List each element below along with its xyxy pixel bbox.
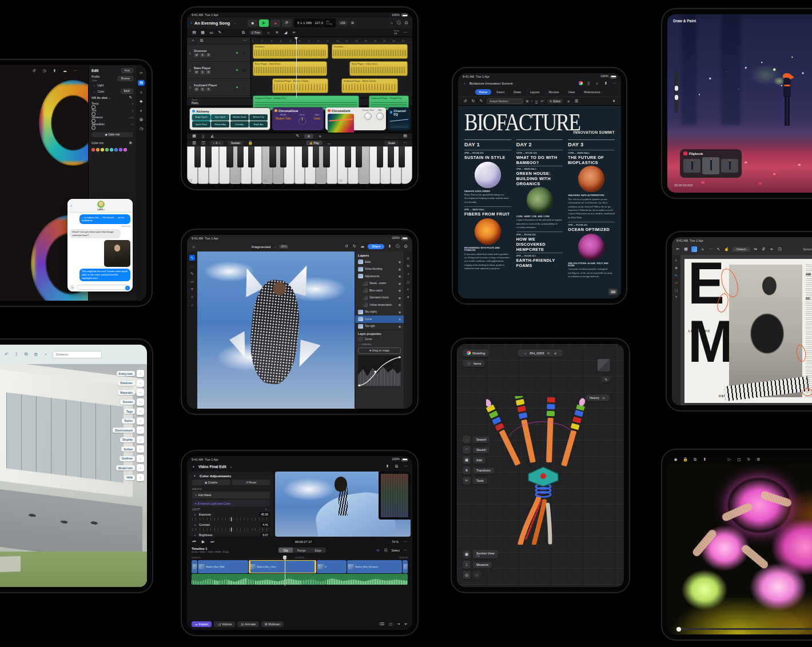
edit-icon[interactable]: ▤	[138, 80, 145, 86]
fade-tool-icon[interactable]: ◢	[283, 30, 288, 35]
document-switcher[interactable]: ⌂RH_0003⟳⊖	[518, 349, 563, 357]
drag-on-image-button[interactable]: ✥ Drag on image	[358, 348, 401, 354]
record-button[interactable]: ●	[270, 19, 280, 27]
color-mix-dots[interactable]	[91, 148, 133, 151]
underline-button[interactable]: U	[535, 99, 538, 103]
undo-icon[interactable]: ↶	[4, 352, 9, 357]
connect-icon[interactable]: ∞	[376, 548, 381, 552]
add-mask-button[interactable]: ＋ Add Mask	[192, 492, 270, 498]
close-icon[interactable]: ⊗	[128, 141, 133, 145]
search-icon[interactable]: ⌕	[595, 81, 600, 86]
octave-stepper[interactable]: ‹ 0 ›	[210, 141, 224, 145]
timeline[interactable]: Skyline_Blue_Wide Skyline_Blue_Close S	[192, 560, 408, 586]
snap-setting[interactable]: Snap1/4	[394, 30, 399, 35]
bar-ruler[interactable]: 1234567891011121314151617	[251, 37, 412, 43]
split-tool-icon[interactable]: ✕	[274, 30, 280, 35]
back-icon[interactable]: ‹	[190, 20, 192, 26]
grid-icon[interactable]: ▦	[683, 247, 688, 251]
audio-track[interactable]	[192, 574, 408, 585]
undo-icon[interactable]: ↺	[344, 244, 349, 249]
slider-knob[interactable]	[91, 119, 95, 123]
message-input[interactable]: ↑	[77, 285, 130, 290]
tool-item[interactable]: ◌ Search	[463, 436, 494, 444]
metronome-icon[interactable]: ◭	[210, 134, 215, 138]
reset-button[interactable]: ↺ Reset	[232, 480, 270, 485]
bold-button[interactable]: B	[526, 99, 528, 103]
project-name[interactable]: Video Final Edit	[198, 465, 226, 469]
previous-frame-icon[interactable]: ⏮	[192, 540, 197, 544]
cloud-icon[interactable]: ☁	[360, 244, 365, 249]
cycle-button[interactable]: ⟳	[282, 19, 292, 27]
adjustment-slider[interactable]: ◑ Brightness 9.07	[192, 533, 270, 537]
adjust-icon[interactable]: ◑	[407, 272, 409, 275]
flipbook-panel[interactable]: Flipbook	[680, 149, 742, 178]
keyboard-icon[interactable]: ▦	[192, 134, 197, 138]
region-bass-2[interactable]: Bass Player - India Disco	[349, 61, 408, 76]
paragraph-more-icon[interactable]: ▾	[611, 99, 616, 103]
ribbon-tab[interactable]: View	[564, 89, 579, 95]
notifications-icon[interactable]: ◔	[43, 352, 48, 357]
light-section[interactable]: › Light	[91, 83, 133, 87]
mixer-icon[interactable]: ≣	[350, 21, 355, 25]
items-menu[interactable]: ⬡Items	[463, 360, 485, 367]
glide-icon[interactable]: ↔	[327, 141, 332, 145]
lcd-display[interactable]: 5 1 1 086 127,0 4/4C maj	[294, 18, 336, 27]
record-enable-button[interactable]: R	[206, 70, 211, 74]
layer-row[interactable]: Saturation boost ◉	[355, 294, 404, 302]
cloud-sync-icon[interactable]: ☁	[62, 69, 67, 73]
chevron-down-icon[interactable]: ⌄	[232, 21, 237, 25]
shared-photo-thumbnail[interactable]	[104, 240, 130, 267]
tool-item[interactable]: ⋔ Transform	[463, 466, 494, 474]
document-canvas[interactable]: BIOFACTURE INNOVATION SUMMIT DAY 1 3PM —…	[458, 106, 621, 298]
sidebar-panel-item[interactable]: Soften ◦	[121, 445, 144, 453]
tool-item[interactable]: ▣ Add	[463, 456, 494, 464]
format-paint-icon[interactable]: ✎	[479, 99, 484, 103]
mixer-view-icon[interactable]: ▦	[200, 30, 205, 35]
contact-name[interactable]: Laila ›	[72, 208, 130, 211]
photoshop-canvas[interactable]	[197, 251, 355, 409]
video-clip[interactable]	[192, 560, 197, 573]
slider-ruler[interactable]	[192, 518, 270, 521]
pencil-icon[interactable]: ✎	[295, 134, 300, 138]
mute-button[interactable]: M	[194, 70, 199, 74]
visibility-eye-icon[interactable]: ◉	[399, 325, 401, 328]
count-badge[interactable]: +54	[338, 21, 348, 25]
panel-icon[interactable]: ◦	[137, 455, 144, 462]
color-mix-button[interactable]: ◉ Color mix	[91, 132, 133, 137]
adjustment-slider[interactable]: ◑ Exposure 45.59	[192, 512, 270, 521]
timeline-zoom[interactable]: 74 %	[392, 540, 399, 544]
track-more-icon[interactable]: ⋯	[242, 38, 247, 43]
slider-knob[interactable]	[91, 105, 95, 109]
mute-button[interactable]: M	[194, 53, 199, 57]
viewer[interactable]	[275, 472, 411, 537]
layer-row[interactable]: Noise blending ◉	[355, 266, 404, 273]
piano-keyboard[interactable]: C2 C3 C4	[187, 146, 412, 184]
keys-layout-icon[interactable]: ▥	[192, 141, 197, 145]
more-icon[interactable]: ⋯	[403, 141, 408, 145]
visibility-eye-icon[interactable]: ◉	[399, 289, 401, 292]
visibility-eye-icon[interactable]: ◉	[399, 310, 401, 314]
slider-value[interactable]: 9.07	[261, 533, 270, 537]
history-icon[interactable]: ◷	[42, 69, 47, 73]
ribbon-tab[interactable]: References	[580, 89, 604, 95]
lens-icon[interactable]: ◍	[139, 117, 144, 122]
region-bass-1[interactable]: Bass Player - India Disco	[253, 61, 327, 76]
text-tool[interactable]: T	[675, 295, 678, 299]
settings-icon[interactable]: ⛭	[404, 21, 409, 25]
delete-icon[interactable]: ⌫	[379, 622, 384, 626]
cycle-icon[interactable]: ◔	[389, 21, 394, 25]
flipbook-frame-current[interactable]	[702, 157, 719, 174]
measure-button[interactable]: ⟟ Measure	[463, 561, 498, 569]
pen-tool[interactable]: ✎	[675, 273, 678, 277]
solo-button[interactable]: S	[200, 70, 205, 74]
video-clip[interactable]: Skyline_Blue_Wide	[198, 560, 248, 573]
eyedropper-icon[interactable]: ✎	[128, 95, 133, 100]
brush-tool[interactable]: ✑	[675, 281, 678, 285]
affinity-canvas[interactable]: E LECTRONIC M USIC AW SC	[680, 255, 812, 405]
multicam-button[interactable]: ⊞ Multicam	[261, 621, 284, 627]
curves-editor[interactable]	[358, 356, 401, 386]
section-view-button[interactable]: ▣ Section ViewOff	[463, 550, 498, 558]
effects-icon[interactable]: ✦	[407, 295, 409, 299]
playhead[interactable]	[296, 37, 297, 97]
shape-tool[interactable]: ▢	[675, 288, 678, 292]
